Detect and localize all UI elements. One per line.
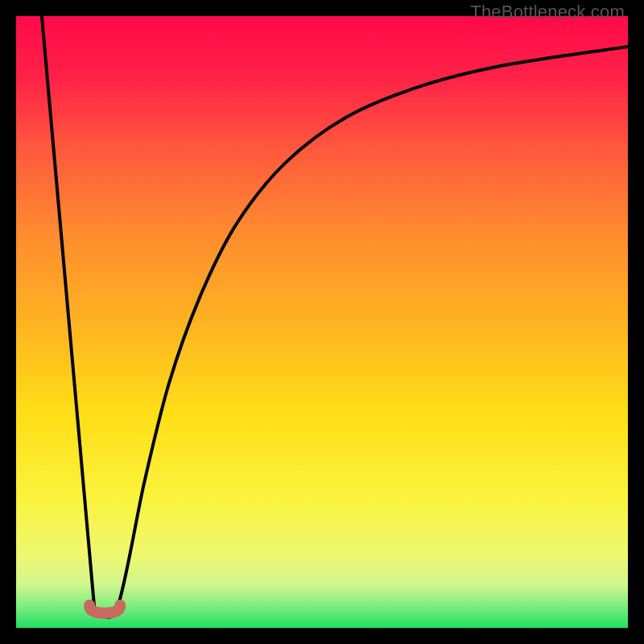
plot-frame xyxy=(16,16,628,628)
bottleneck-chart xyxy=(16,16,628,628)
gradient-background xyxy=(16,16,628,628)
watermark-text: TheBottleneck.com xyxy=(470,2,625,23)
